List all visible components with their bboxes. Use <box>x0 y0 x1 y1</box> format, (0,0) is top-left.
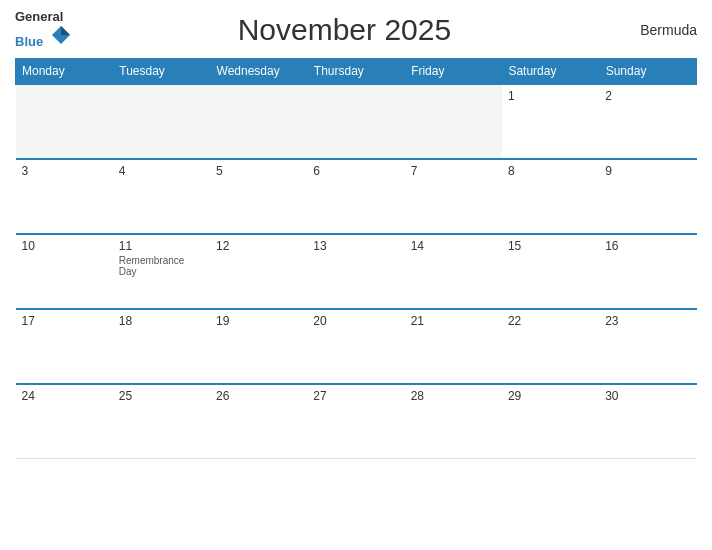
weekday-header-tuesday: Tuesday <box>113 58 210 84</box>
day-cell: 30 <box>599 384 696 459</box>
day-number: 24 <box>22 389 107 403</box>
weekday-header-friday: Friday <box>405 58 502 84</box>
day-cell: 23 <box>599 309 696 384</box>
day-cell: 22 <box>502 309 599 384</box>
day-cell: 18 <box>113 309 210 384</box>
day-cell <box>16 84 113 159</box>
weekday-header-wednesday: Wednesday <box>210 58 307 84</box>
day-number: 30 <box>605 389 690 403</box>
day-cell: 6 <box>307 159 404 234</box>
day-number: 12 <box>216 239 301 253</box>
week-row-4: 17181920212223 <box>16 309 697 384</box>
day-number: 2 <box>605 89 690 103</box>
day-cell: 13 <box>307 234 404 309</box>
calendar-header: MondayTuesdayWednesdayThursdayFridaySatu… <box>16 58 697 84</box>
calendar-body: 1234567891011Remembrance Day121314151617… <box>16 84 697 459</box>
day-number: 18 <box>119 314 204 328</box>
day-number: 17 <box>22 314 107 328</box>
day-cell: 14 <box>405 234 502 309</box>
day-event: Remembrance Day <box>119 255 204 277</box>
day-cell: 1 <box>502 84 599 159</box>
day-cell: 3 <box>16 159 113 234</box>
week-row-1: 12 <box>16 84 697 159</box>
week-row-5: 24252627282930 <box>16 384 697 459</box>
calendar-table: MondayTuesdayWednesdayThursdayFridaySatu… <box>15 58 697 460</box>
day-cell <box>113 84 210 159</box>
logo-text: General Blue <box>15 10 72 50</box>
week-row-2: 3456789 <box>16 159 697 234</box>
day-number: 14 <box>411 239 496 253</box>
day-cell: 28 <box>405 384 502 459</box>
day-cell: 10 <box>16 234 113 309</box>
day-cell <box>307 84 404 159</box>
calendar-page: General Blue November 2025 Bermuda Monda… <box>0 0 712 550</box>
day-number: 27 <box>313 389 398 403</box>
day-number: 9 <box>605 164 690 178</box>
logo-flag-icon <box>50 24 72 46</box>
day-cell: 2 <box>599 84 696 159</box>
day-cell: 27 <box>307 384 404 459</box>
day-cell: 12 <box>210 234 307 309</box>
day-cell <box>405 84 502 159</box>
month-title: November 2025 <box>72 13 617 47</box>
day-number: 11 <box>119 239 204 253</box>
logo-blue-text: Blue <box>15 24 72 49</box>
day-cell: 17 <box>16 309 113 384</box>
day-number: 26 <box>216 389 301 403</box>
day-cell: 26 <box>210 384 307 459</box>
day-number: 3 <box>22 164 107 178</box>
day-cell: 7 <box>405 159 502 234</box>
day-number: 7 <box>411 164 496 178</box>
weekday-header-saturday: Saturday <box>502 58 599 84</box>
day-cell: 16 <box>599 234 696 309</box>
day-number: 25 <box>119 389 204 403</box>
day-number: 13 <box>313 239 398 253</box>
day-number: 19 <box>216 314 301 328</box>
day-number: 1 <box>508 89 593 103</box>
day-number: 6 <box>313 164 398 178</box>
day-number: 23 <box>605 314 690 328</box>
day-cell: 4 <box>113 159 210 234</box>
day-number: 28 <box>411 389 496 403</box>
weekday-row: MondayTuesdayWednesdayThursdayFridaySatu… <box>16 58 697 84</box>
day-cell: 5 <box>210 159 307 234</box>
day-cell <box>210 84 307 159</box>
weekday-header-sunday: Sunday <box>599 58 696 84</box>
day-number: 21 <box>411 314 496 328</box>
day-cell: 29 <box>502 384 599 459</box>
day-cell: 25 <box>113 384 210 459</box>
day-cell: 20 <box>307 309 404 384</box>
svg-marker-1 <box>61 26 70 35</box>
day-cell: 8 <box>502 159 599 234</box>
weekday-header-thursday: Thursday <box>307 58 404 84</box>
day-number: 10 <box>22 239 107 253</box>
day-number: 8 <box>508 164 593 178</box>
day-number: 5 <box>216 164 301 178</box>
day-cell: 19 <box>210 309 307 384</box>
day-cell: 9 <box>599 159 696 234</box>
day-number: 4 <box>119 164 204 178</box>
logo-general: General <box>15 10 72 24</box>
day-number: 29 <box>508 389 593 403</box>
day-cell: 15 <box>502 234 599 309</box>
day-cell: 11Remembrance Day <box>113 234 210 309</box>
day-number: 22 <box>508 314 593 328</box>
day-number: 15 <box>508 239 593 253</box>
day-cell: 24 <box>16 384 113 459</box>
page-header: General Blue November 2025 Bermuda <box>15 10 697 50</box>
weekday-header-monday: Monday <box>16 58 113 84</box>
day-number: 20 <box>313 314 398 328</box>
country-label: Bermuda <box>617 22 697 38</box>
day-cell: 21 <box>405 309 502 384</box>
logo: General Blue <box>15 10 72 50</box>
week-row-3: 1011Remembrance Day1213141516 <box>16 234 697 309</box>
day-number: 16 <box>605 239 690 253</box>
